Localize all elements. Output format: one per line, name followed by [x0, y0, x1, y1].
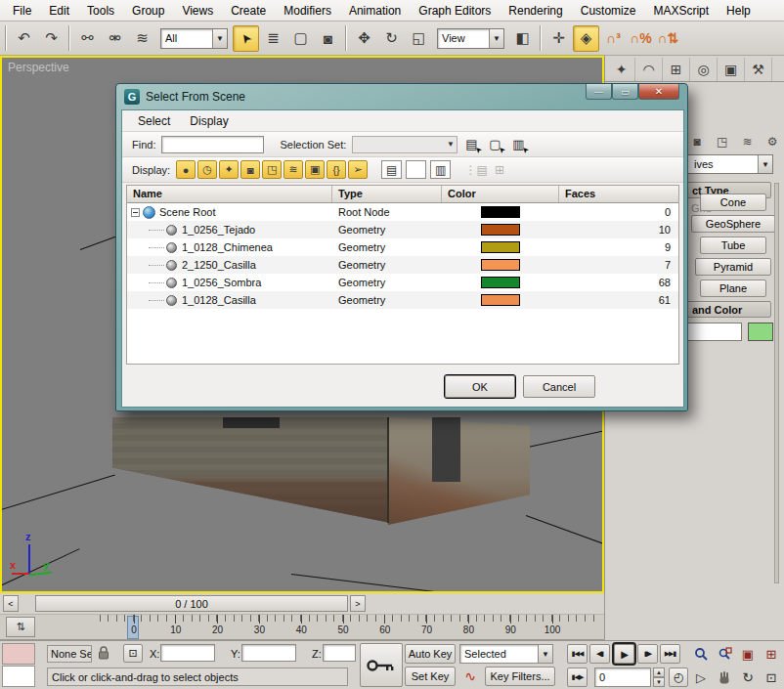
track-bar-ruler[interactable]: 0102030405060708090100	[44, 615, 601, 640]
maximize-viewport-toggle-button[interactable]: ⊡	[761, 667, 782, 687]
snaps-toggle-button[interactable]: ◈	[573, 25, 599, 52]
tab-utilities[interactable]: ⚒	[745, 58, 772, 81]
selection-filter-dropdown[interactable]: All▼	[160, 28, 228, 49]
viewport-label[interactable]: Perspective	[8, 61, 69, 74]
table-row[interactable]: Scene Root Root Node 0	[127, 203, 678, 221]
menu-item[interactable]: Rendering	[500, 1, 571, 21]
table-row[interactable]: 1_0128_Chimenea Geometry 9	[127, 238, 678, 256]
dropdown-arrow-icon[interactable]: ▼	[212, 29, 227, 48]
display-geometry-toggle[interactable]: ●	[176, 160, 196, 179]
display-shapes-toggle[interactable]: ◷	[197, 160, 217, 179]
category-cameras-icon[interactable]: ◙	[686, 132, 708, 151]
current-frame-field[interactable]: 0	[594, 667, 651, 687]
display-space-warps-toggle[interactable]: ≋	[283, 160, 303, 179]
play-animation-button[interactable]: ▶	[614, 644, 634, 664]
manipulate-button[interactable]: ✛	[545, 25, 572, 52]
column-header[interactable]: Faces	[559, 186, 678, 202]
maximize-button[interactable]: ▭	[612, 84, 638, 100]
menu-item[interactable]: Views	[173, 1, 222, 21]
zoom-extents-button[interactable]: ▣	[737, 644, 759, 664]
zoom-button[interactable]	[690, 644, 712, 664]
primitive-button[interactable]: Pyramid	[695, 258, 771, 276]
frame-spinner[interactable]: ▲ ▼	[653, 667, 665, 687]
column-header[interactable]: Name	[127, 186, 332, 202]
category-systems-icon[interactable]: ⚙	[762, 132, 783, 151]
primitive-button[interactable]: Tube	[700, 237, 766, 254]
unlink-selection-button[interactable]: ⚮	[102, 25, 128, 52]
bind-to-space-warp-button[interactable]: ≋	[129, 25, 155, 52]
menu-item[interactable]: Create	[222, 1, 275, 21]
tab-motion[interactable]: ◎	[690, 58, 718, 81]
z-coord-field[interactable]	[323, 644, 356, 662]
zoom-extents-all-button[interactable]: ⊞	[761, 644, 782, 664]
column-header[interactable]: Color	[442, 186, 559, 202]
redo-button[interactable]: ↷	[38, 25, 65, 52]
select-by-name-button[interactable]: ≣	[260, 25, 286, 52]
previous-frame-button[interactable]: ◀▮	[589, 644, 610, 664]
select-and-move-button[interactable]: ✥	[351, 25, 377, 52]
spinner-snap-toggle-button[interactable]: ∩⇅	[655, 25, 681, 52]
rectangular-selection-region-button[interactable]: ▢	[287, 25, 314, 52]
display-helpers-toggle[interactable]: ◳	[262, 160, 282, 179]
dialog-menu-item[interactable]: Select	[128, 111, 180, 131]
close-button[interactable]: ✕	[638, 84, 679, 100]
default-in-out-tangents-button[interactable]: ∿	[459, 668, 481, 688]
dropdown-arrow-icon[interactable]: ▼	[758, 155, 772, 173]
collapse-icon[interactable]	[131, 208, 140, 217]
selection-lock-icon[interactable]	[98, 646, 109, 663]
display-groups-toggle[interactable]: ▣	[305, 160, 325, 179]
dropdown-arrow-icon[interactable]: ▼	[444, 140, 457, 149]
zoom-all-button[interactable]	[714, 644, 735, 664]
maxscript-mini-listener-input[interactable]	[2, 666, 35, 687]
table-row[interactable]: 1_0128_Casilla Geometry 61	[127, 291, 678, 309]
angle-snap-toggle-button[interactable]: ∩³	[600, 25, 627, 52]
percent-snap-toggle-button[interactable]: ∩%	[628, 25, 654, 52]
tab-display[interactable]: ▣	[718, 58, 745, 81]
menu-item[interactable]: Animation	[340, 1, 410, 21]
y-coord-field[interactable]	[241, 644, 296, 662]
mirror-button[interactable]: ◧	[509, 25, 536, 52]
display-invert-button[interactable]: ▥	[430, 160, 451, 179]
display-cameras-toggle[interactable]: ◙	[240, 160, 260, 179]
select-all-button[interactable]: ▤➤	[461, 135, 481, 154]
selection-set-dropdown[interactable]: ▼	[352, 136, 457, 153]
primitive-button[interactable]: Plane	[700, 280, 766, 297]
time-configuration-button[interactable]: ◴	[669, 667, 688, 687]
arc-rotate-button[interactable]: ↻	[737, 667, 759, 687]
menu-item[interactable]: Edit	[40, 1, 78, 21]
minimize-button[interactable]: —	[586, 84, 612, 100]
menu-item[interactable]: Modifiers	[275, 1, 340, 21]
maxscript-mini-listener-macro[interactable]	[2, 643, 35, 665]
primitive-button[interactable]: GeoSphere	[691, 215, 775, 233]
display-all-button[interactable]: ▤	[381, 160, 402, 179]
next-frame-button[interactable]: ▮▶	[637, 644, 658, 664]
time-slider-handle[interactable]: 0 / 100	[35, 595, 348, 612]
object-color-swatch[interactable]	[748, 323, 773, 341]
dropdown-arrow-icon[interactable]: ▼	[489, 29, 503, 48]
select-and-scale-button[interactable]: ◱	[406, 25, 432, 52]
category-space-warps-icon[interactable]: ≋	[737, 132, 759, 151]
set-key-button[interactable]: Set Key	[405, 667, 456, 686]
key-mode-toggle-button[interactable]: ▮◀▶	[567, 667, 588, 687]
menu-item[interactable]: Graph Editors	[410, 1, 500, 21]
menu-item[interactable]: Customize	[572, 1, 645, 21]
tab-create[interactable]: ✦	[608, 58, 635, 81]
tab-hierarchy[interactable]: ⊞	[663, 58, 690, 81]
cancel-button[interactable]: Cancel	[523, 375, 595, 398]
set-keys-button[interactable]	[360, 643, 403, 687]
column-header[interactable]: Type	[332, 186, 442, 202]
panel-scrollbar[interactable]	[774, 183, 779, 583]
tab-modify[interactable]: ◠	[635, 58, 663, 81]
display-xrefs-toggle[interactable]: {}	[327, 160, 346, 179]
spinner-up-icon[interactable]: ▲	[653, 667, 665, 677]
key-filters-button[interactable]: Key Filters...	[485, 667, 555, 686]
open-mini-curve-editor-button[interactable]: ⇅	[6, 617, 35, 637]
dialog-menu-item[interactable]: Display	[180, 111, 238, 131]
menu-item[interactable]: Tools	[78, 1, 123, 21]
house-model-left-face[interactable]	[112, 417, 388, 527]
next-frame-arrow[interactable]: >	[350, 595, 366, 612]
go-to-end-button[interactable]: ▶▶▮	[660, 644, 680, 664]
display-lights-toggle[interactable]: ✦	[219, 160, 239, 179]
select-and-link-button[interactable]: ⚯	[74, 25, 101, 52]
absolute-mode-transform-button[interactable]: ⊡	[123, 644, 143, 663]
